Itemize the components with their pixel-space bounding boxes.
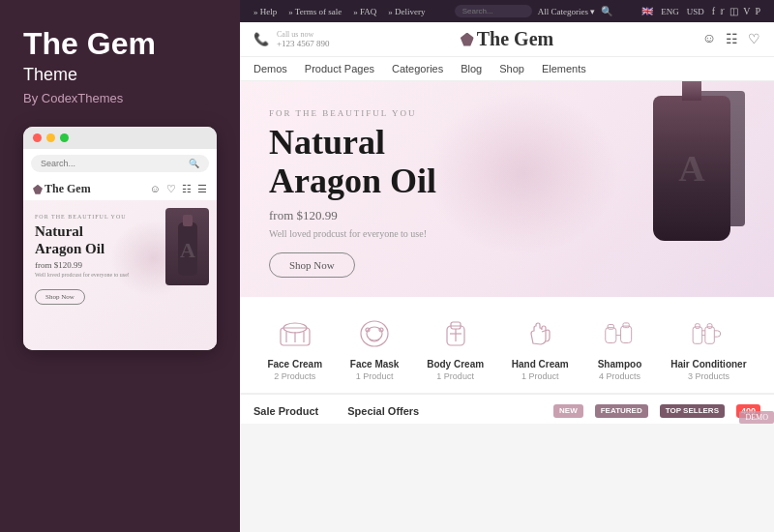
logo-gem-icon — [461, 33, 474, 46]
mini-hero: FOR THE BEAUTIFUL YOU Natural Aragon Oil… — [23, 200, 217, 350]
hero-for-beautiful: FOR THE BEAUTIFUL YOU — [269, 108, 436, 118]
hair-conditioner-count: 3 Products — [688, 371, 729, 381]
nav-blog[interactable]: Blog — [461, 63, 482, 74]
nav-categories[interactable]: Categories — [392, 63, 443, 74]
dot-red — [33, 133, 42, 142]
category-face-cream[interactable]: Face Cream 2 Products — [267, 314, 322, 381]
face-cream-icon — [272, 314, 318, 353]
body-cream-name: Body Cream — [427, 359, 484, 369]
special-offers-label[interactable]: Special Offers — [347, 405, 419, 417]
gem-icon — [33, 185, 43, 194]
nav-demos[interactable]: Demos — [253, 63, 287, 74]
brand-by: By CodexThemes — [23, 91, 217, 105]
top-bar-delivery[interactable]: » Delivery — [388, 7, 425, 16]
dot-yellow — [46, 133, 55, 142]
call-us-label: Call us now — [277, 30, 330, 39]
categories-section: Face Cream 2 Products Face Mask 1 Produc… — [240, 297, 774, 394]
hero-bottle: A — [653, 96, 730, 241]
svg-point-8 — [361, 321, 388, 346]
bottom-bar-badges: NEW FEATURED TOP SELLERS 400 — [553, 404, 760, 418]
search-icon[interactable]: 🔍 — [189, 159, 199, 168]
mini-hero-title: Natural Aragon Oil — [35, 222, 205, 257]
mini-search-bar: 🔍 — [31, 155, 209, 172]
nav-elements[interactable]: Elements — [542, 63, 586, 74]
new-badge: NEW — [553, 404, 583, 418]
mini-header-icons: ☺ ♡ ☷ ☰ — [150, 183, 207, 195]
mini-hero-text: FOR THE BEAUTIFUL YOU Natural Aragon Oil… — [35, 214, 205, 305]
left-panel: The Gem Theme By CodexThemes 🔍 The Gem ☺… — [0, 0, 240, 532]
svg-rect-22 — [705, 327, 715, 343]
main-nav: Demos Product Pages Categories Blog Shop… — [240, 57, 774, 81]
wishlist-icon[interactable]: ♡ — [166, 183, 176, 195]
mini-desc: Well loved prodcust for everyone to use! — [35, 272, 205, 278]
hand-cream-count: 1 Product — [521, 371, 559, 381]
mini-price: from $120.99 — [35, 260, 205, 270]
instagram-icon[interactable]: ◫ — [729, 6, 738, 16]
hero-price: from $120.99 — [269, 208, 436, 223]
top-bar-right: 🇬🇧 ENG USD f 𝕣 ◫ V P — [641, 6, 760, 16]
svg-rect-17 — [609, 325, 614, 330]
hand-cream-icon — [517, 314, 563, 353]
top-bar-help[interactable]: » Help — [253, 7, 277, 16]
hero-description: Well loved prodcust for everyone to use! — [269, 228, 436, 239]
twitter-icon[interactable]: 𝕣 — [720, 6, 725, 16]
category-body-cream[interactable]: Body Cream 1 Product — [427, 314, 484, 381]
top-bar-language[interactable]: ENG — [661, 7, 679, 16]
hero-section: FOR THE BEAUTIFUL YOU Natural Aragon Oil… — [240, 81, 774, 297]
main-header: 📞 Call us now +123 4567 890 The Gem ☺ ☷ … — [240, 22, 774, 57]
nav-shop[interactable]: Shop — [499, 63, 524, 74]
top-bar-faq[interactable]: » FAQ — [353, 7, 376, 16]
header-user-icon[interactable]: ☺ — [702, 31, 716, 47]
category-hair-conditioner[interactable]: Hair Conditioner 3 Products — [670, 314, 746, 381]
mini-for-beautiful: FOR THE BEAUTIFUL YOU — [35, 214, 205, 220]
top-bar-currency[interactable]: USD — [687, 7, 704, 16]
mini-shop-now-button[interactable]: Shop Now — [35, 289, 85, 305]
nav-product-pages[interactable]: Product Pages — [305, 63, 374, 74]
top-bar-terms[interactable]: » Terms of sale — [288, 7, 342, 16]
hero-blob — [426, 91, 619, 255]
cart-icon[interactable]: ☷ — [182, 183, 192, 195]
top-bar-search-icon[interactable]: 🔍 — [601, 6, 612, 16]
shampoo-count: 4 Products — [599, 371, 640, 381]
face-cream-count: 2 Products — [274, 371, 315, 381]
header-cart-icon[interactable]: ☷ — [726, 31, 738, 47]
hair-conditioner-name: Hair Conditioner — [670, 359, 746, 369]
header-left: 📞 Call us now +123 4567 890 — [253, 30, 330, 48]
phone-number: +123 4567 890 — [277, 39, 330, 48]
hero-title: Natural Aragon Oil — [269, 124, 436, 200]
svg-rect-20 — [694, 327, 703, 343]
featured-badge: FEATURED — [595, 404, 648, 418]
top-bar-flag: 🇬🇧 — [641, 6, 653, 16]
face-mask-name: Face Mask — [350, 359, 400, 369]
hair-conditioner-icon — [685, 314, 731, 353]
category-shampoo[interactable]: Shampoo 4 Products — [596, 314, 642, 381]
hero-shop-now-button[interactable]: Shop Now — [269, 252, 355, 278]
header-logo: The Gem — [461, 28, 553, 50]
header-wishlist-icon[interactable]: ♡ — [748, 31, 760, 47]
category-hand-cream[interactable]: Hand Cream 1 Product — [512, 314, 569, 381]
mini-logo: The Gem — [33, 182, 91, 196]
user-icon[interactable]: ☺ — [150, 183, 161, 195]
vimeo-icon[interactable]: V — [743, 6, 750, 16]
menu-icon[interactable]: ☰ — [197, 183, 207, 195]
face-mask-icon — [351, 314, 398, 353]
brand-subtitle: Theme — [23, 65, 217, 85]
mini-search-input[interactable] — [41, 159, 189, 168]
facebook-icon[interactable]: f — [712, 6, 715, 16]
top-bar-category-select[interactable]: All Categories ▾ — [538, 7, 596, 16]
hero-product-image: A — [639, 91, 745, 246]
hero-bottle-cap — [682, 81, 701, 101]
svg-rect-21 — [696, 324, 700, 329]
category-face-mask[interactable]: Face Mask 1 Product — [350, 314, 400, 381]
hero-content: FOR THE BEAUTIFUL YOU Natural Aragon Oil… — [269, 108, 436, 278]
hand-cream-name: Hand Cream — [512, 359, 569, 369]
dot-green — [60, 133, 69, 142]
sale-product-label[interactable]: Sale Product — [253, 405, 318, 417]
mini-browser-bar — [23, 127, 217, 149]
pinterest-icon[interactable]: P — [755, 6, 760, 16]
top-bar-search-input[interactable] — [455, 5, 532, 17]
top-bar-left: » Help » Terms of sale » FAQ » Delivery — [253, 7, 426, 16]
mini-header: The Gem ☺ ♡ ☷ ☰ — [23, 176, 217, 200]
svg-rect-16 — [606, 328, 616, 343]
body-cream-icon — [432, 314, 479, 353]
